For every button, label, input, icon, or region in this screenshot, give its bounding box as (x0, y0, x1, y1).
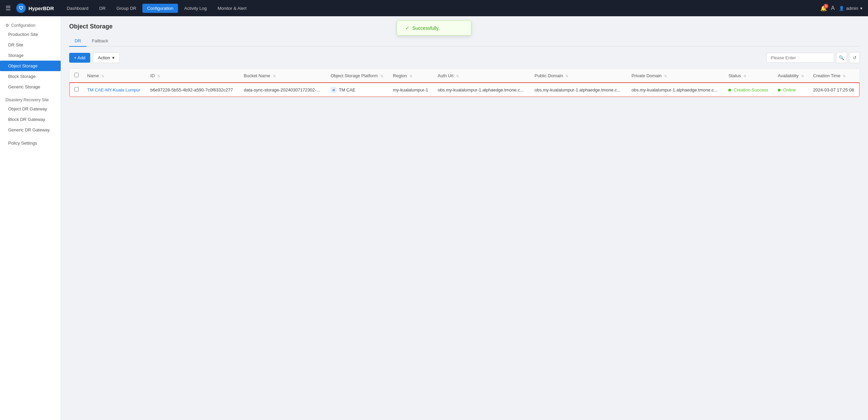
main-content: Object Storage DR Failback + Add Action … (61, 16, 868, 420)
row-id-cell: b6e97228-5b55-4b92-a590-7c0f6332c277 (146, 83, 240, 97)
row-bucket-cell: data-sync-storage-20240307172302-... (240, 83, 327, 97)
col-private-domain-sort-icon[interactable]: ⇅ (664, 74, 667, 78)
col-public-domain-sort-icon[interactable]: ⇅ (566, 74, 568, 78)
nav-group-dr[interactable]: Group DR (112, 4, 141, 13)
row-name-cell: TM CAE-MY-Kuala Lumpur (83, 83, 146, 97)
row-checkbox[interactable] (74, 87, 79, 91)
admin-menu[interactable]: 👤 admin ▾ (839, 6, 863, 11)
col-name-sort-icon[interactable]: ⇅ (101, 74, 104, 78)
logo-icon: 🛡 (16, 3, 26, 13)
sidebar-item-object-dr-gateway[interactable]: Object DR Gateway (0, 104, 61, 114)
col-id: ID ⇅ (146, 69, 240, 83)
admin-label: admin (846, 6, 858, 11)
tabs-bar: DR Failback (69, 36, 860, 47)
row-auth-url-cell: obs.my-kualalumpur-1.alphaedge.tmone.c..… (434, 83, 531, 97)
row-status-value: Creation Success (734, 87, 768, 92)
col-creation-time-label: Creation Time (813, 73, 841, 78)
row-public-domain-cell: obs.my-kualalumpur-1.alphaedge.tmone.c..… (531, 83, 628, 97)
sidebar-item-generic-storage[interactable]: Generic Storage (0, 82, 61, 92)
search-input[interactable] (766, 53, 834, 63)
row-creation-time-cell: 2024-03-07 17:25:08 (809, 83, 860, 97)
col-status-sort-icon[interactable]: ⇅ (744, 74, 746, 78)
col-bucket-label: Bucket Name (244, 73, 270, 78)
row-region-cell: my-kualalumpur-1 (389, 83, 434, 97)
search-box: 🔍 ↺ (766, 52, 860, 63)
row-private-domain-value: obs.my-kualalumpur-1.alphaedge.tmone.c..… (631, 87, 717, 92)
top-navigation: ☰ 🛡 HyperBDR Dashboard DR Group DR Confi… (0, 0, 868, 16)
col-bucket-sort-icon[interactable]: ⇅ (273, 74, 276, 78)
table-row: TM CAE-MY-Kuala Lumpur b6e97228-5b55-4b9… (70, 83, 860, 97)
notification-badge: 9 (824, 4, 828, 8)
nav-dr[interactable]: DR (95, 4, 111, 13)
row-public-domain-value: obs.my-kualalumpur-1.alphaedge.tmone.c..… (535, 87, 621, 92)
col-availability: Availability ⇅ (774, 69, 809, 83)
status-dot-icon (728, 89, 731, 91)
nav-dashboard[interactable]: Dashboard (62, 4, 93, 13)
col-status-label: Status (728, 73, 741, 78)
select-all-checkbox[interactable] (74, 73, 79, 77)
col-public-domain-label: Public Domain (535, 73, 563, 78)
col-platform: Object Storage Platform ⇅ (327, 69, 389, 83)
add-button[interactable]: + Add (69, 53, 90, 63)
col-availability-sort-icon[interactable]: ⇅ (801, 74, 804, 78)
row-platform-cell: α TM CAE (327, 83, 389, 97)
toast-message: Successfully. (412, 25, 440, 31)
row-platform-value: TM CAE (339, 87, 355, 92)
row-name-link[interactable]: TM CAE-MY-Kuala Lumpur (87, 87, 140, 92)
refresh-icon-btn[interactable]: ↺ (849, 52, 860, 63)
select-all-checkbox-header[interactable] (70, 69, 83, 83)
sidebar: ⚙ Configuration Production Site DR Site … (0, 16, 61, 420)
col-auth-url-label: Auth Url (438, 73, 454, 78)
sidebar-item-block-dr-gateway[interactable]: Block DR Gateway (0, 114, 61, 125)
sidebar-item-dr-site[interactable]: DR Site (0, 40, 61, 50)
tab-dr[interactable]: DR (69, 36, 86, 47)
sidebar-item-storage[interactable]: Storage (0, 50, 61, 61)
main-layout: ⚙ Configuration Production Site DR Site … (0, 16, 868, 420)
tab-failback[interactable]: Failback (86, 36, 114, 47)
col-platform-sort-icon[interactable]: ⇅ (380, 74, 383, 78)
col-id-label: ID (150, 73, 155, 78)
action-button[interactable]: Action ▾ (93, 52, 120, 63)
platform-icon: α (331, 87, 337, 93)
config-section-title: Configuration (11, 23, 35, 28)
col-region-label: Region (393, 73, 407, 78)
row-status-cell: Creation Success (724, 83, 774, 97)
row-availability-value: Online (783, 87, 796, 92)
nav-configuration[interactable]: Configuration (142, 4, 178, 13)
row-checkbox-cell[interactable] (70, 83, 83, 97)
sidebar-item-block-storage[interactable]: Block Storage (0, 71, 61, 82)
col-name: Name ⇅ (83, 69, 146, 83)
nav-monitor-alert[interactable]: Monitor & Alert (213, 4, 251, 13)
col-id-sort-icon[interactable]: ⇅ (157, 74, 160, 78)
row-bucket-value: data-sync-storage-20240307172302-... (244, 87, 320, 92)
help-icon[interactable]: A (831, 5, 835, 11)
row-availability-cell: Online (774, 83, 809, 97)
sidebar-item-production-site[interactable]: Production Site (0, 29, 61, 40)
object-storage-table: Name ⇅ ID ⇅ Bucket Name ⇅ Object Stora (69, 68, 860, 97)
row-creation-time-value: 2024-03-07 17:25:08 (813, 87, 854, 92)
col-platform-label: Object Storage Platform (331, 73, 378, 78)
col-region-sort-icon[interactable]: ⇅ (410, 74, 412, 78)
col-name-label: Name (87, 73, 99, 78)
col-private-domain: Private Domain ⇅ (627, 69, 724, 83)
action-label: Action (98, 55, 110, 60)
sidebar-section-config: ⚙ Configuration (0, 20, 61, 29)
search-icon-btn[interactable]: 🔍 (836, 52, 847, 63)
col-private-domain-label: Private Domain (631, 73, 662, 78)
hamburger-icon[interactable]: ☰ (5, 4, 11, 12)
col-creation-time: Creation Time ⇅ (809, 69, 860, 83)
sidebar-item-object-storage[interactable]: Object Storage (0, 61, 61, 71)
app-name: HyperBDR (28, 5, 54, 11)
row-auth-url-value: obs.my-kualalumpur-1.alphaedge.tmone.c..… (438, 87, 524, 92)
admin-chevron: ▾ (860, 6, 863, 11)
nav-activity-log[interactable]: Activity Log (179, 4, 211, 13)
col-status: Status ⇅ (724, 69, 774, 83)
sidebar-item-policy-settings[interactable]: Policy Settings (0, 138, 61, 148)
col-creation-time-sort-icon[interactable]: ⇅ (843, 74, 846, 78)
notification-bell[interactable]: 🔔 9 (820, 5, 827, 12)
sidebar-item-generic-dr-gateway[interactable]: Generic DR Gateway (0, 125, 61, 135)
toast-check-icon: ✓ (405, 25, 410, 31)
col-auth-sort-icon[interactable]: ⇅ (456, 74, 459, 78)
success-toast: ✓ Successfully. (397, 20, 471, 36)
app-logo: 🛡 HyperBDR (16, 3, 54, 13)
